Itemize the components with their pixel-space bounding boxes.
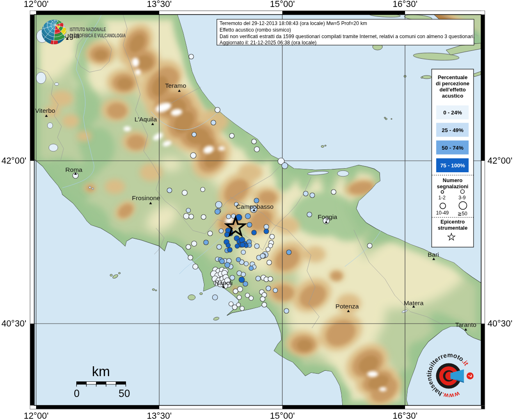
svg-text:12°00': 12°00' [24,0,49,9]
svg-text:Dati non verificati estratti d: Dati non verificati estratti da 1599 que… [220,34,475,39]
svg-text:16°30': 16°30' [393,411,418,420]
svg-text:segnalazioni: segnalazioni [437,183,469,189]
svg-text:12°00': 12°00' [24,411,49,420]
svg-text:1-2: 1-2 [438,195,446,201]
svg-text:0: 0 [74,388,80,399]
svg-text:3-9: 3-9 [458,195,466,201]
svg-text:Viterbo: Viterbo [35,107,55,114]
svg-text:15°00': 15°00' [270,0,295,9]
svg-text:Foggia: Foggia [318,213,337,220]
svg-text:Epicentro: Epicentro [440,219,465,225]
svg-text:Matera: Matera [404,299,424,306]
svg-text:10-49: 10-49 [436,210,449,216]
svg-text:≧50: ≧50 [458,211,467,217]
svg-text:L'Aquila: L'Aquila [135,116,157,123]
svg-text:Bari: Bari [428,251,439,258]
svg-text:Aggiornato il: 21-12-2025 06:3: Aggiornato il: 21-12-2025 06:38 (ora loc… [220,40,316,46]
svg-text:DI GEOFISICA E VULCANOLOGIA: DI GEOFISICA E VULCANOLOGIA [70,33,126,39]
svg-text:Campobasso: Campobasso [236,203,273,210]
svg-text:dell'effetto: dell'effetto [439,87,466,93]
svg-text:Frosinone: Frosinone [132,194,160,201]
svg-text:25 - 49%: 25 - 49% [442,127,464,133]
svg-text:?: ? [467,374,473,378]
svg-text:Roma: Roma [65,166,82,173]
svg-text:acustico: acustico [442,93,463,99]
svg-text:Effetto acustico (rombo sismic: Effetto acustico (rombo sismico) [220,27,291,33]
svg-text:50 - 74%: 50 - 74% [442,145,464,151]
svg-text:ISTITUTO NAZIONALE: ISTITUTO NAZIONALE [70,27,106,32]
svg-text:40°30': 40°30' [488,319,513,329]
svg-text:di percezione: di percezione [436,80,469,87]
svg-text:Napoli: Napoli [215,279,233,286]
svg-text:13°30': 13°30' [147,411,172,420]
svg-text:Percentuale: Percentuale [438,74,468,80]
svg-text:Numero: Numero [443,177,463,183]
svg-text:Terremoto del 29-12-2013 18:08: Terremoto del 29-12-2013 18:08:43 (ora l… [220,21,367,26]
svg-text:42°00': 42°00' [1,156,26,166]
svg-text:16°30': 16°30' [393,0,418,9]
svg-text:strumentale: strumentale [438,225,468,231]
svg-text:0 - 24%: 0 - 24% [443,110,462,116]
svg-text:15°00': 15°00' [270,411,295,420]
svg-text:42°00': 42°00' [488,156,513,166]
svg-text:40°30': 40°30' [1,319,26,329]
svg-text:Teramo: Teramo [165,82,186,89]
svg-text:Potenza: Potenza [336,303,359,310]
svg-text:Taranto: Taranto [455,321,476,328]
svg-text:50: 50 [119,388,130,399]
svg-text:km: km [92,364,110,379]
svg-text:13°30': 13°30' [147,0,172,9]
svg-text:75 - 100%: 75 - 100% [440,162,465,169]
